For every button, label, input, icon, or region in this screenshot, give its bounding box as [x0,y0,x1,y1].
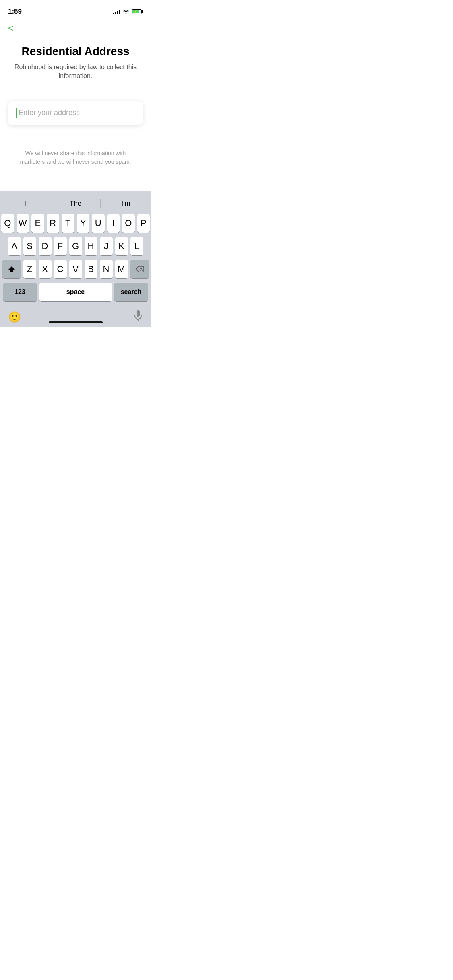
key-j[interactable]: J [100,237,113,255]
status-time: 1:59 [8,8,22,16]
address-input-field[interactable]: Enter your address [8,101,143,125]
key-row-3: Z X C V B N M [1,260,150,278]
key-l[interactable]: L [130,237,143,255]
wifi-icon [123,9,129,14]
status-bar: 1:59 ⚡ [0,0,151,18]
key-row-4: 123 space search [1,283,150,301]
space-key[interactable]: space [39,283,112,301]
emoji-button[interactable]: 🙂 [8,311,21,323]
keyboard-bottom-bar: 🙂 [0,306,151,327]
key-f[interactable]: F [54,237,67,255]
key-o[interactable]: O [122,214,135,233]
key-s[interactable]: S [23,237,36,255]
key-y[interactable]: Y [77,214,90,233]
address-input-container[interactable]: Enter your address [8,101,143,125]
key-row-2: A S D F G H J K L [1,237,150,255]
key-t[interactable]: T [62,214,74,233]
backspace-key[interactable] [130,260,149,278]
key-row-1: Q W E R T Y U I O P [1,214,150,233]
autocomplete-item-1[interactable]: I [0,195,50,212]
key-v[interactable]: V [69,260,82,278]
key-p[interactable]: P [137,214,150,233]
key-w[interactable]: W [17,214,29,233]
page-subtitle: Robinhood is required by law to collect … [12,63,139,81]
key-m[interactable]: M [115,260,128,278]
key-x[interactable]: X [39,260,52,278]
search-key[interactable]: search [114,283,148,301]
key-h[interactable]: H [85,237,97,255]
key-k[interactable]: K [115,237,128,255]
svg-rect-0 [137,310,140,317]
key-e[interactable]: E [31,214,44,233]
autocomplete-item-2[interactable]: The [50,195,101,212]
key-d[interactable]: D [39,237,52,255]
keyboard: I The I'm Q W E R T Y U I O P A S D F G … [0,191,151,327]
key-u[interactable]: U [92,214,105,233]
key-q[interactable]: Q [1,214,14,233]
mic-button[interactable] [133,310,143,324]
back-button[interactable]: < [0,19,151,37]
key-c[interactable]: C [54,260,67,278]
page-title: Residential Address [12,45,139,58]
main-content: Residential Address Robinhood is require… [0,37,151,81]
home-indicator [49,321,103,323]
autocomplete-item-3[interactable]: I'm [101,195,151,212]
key-b[interactable]: B [85,260,97,278]
battery-icon: ⚡ [132,9,143,14]
privacy-text: We will never share this information wit… [12,149,139,166]
privacy-note: We will never share this information wit… [12,149,139,166]
signal-bars-icon [113,9,120,14]
key-n[interactable]: N [100,260,113,278]
key-g[interactable]: G [69,237,82,255]
key-a[interactable]: A [8,237,21,255]
shift-key[interactable] [2,260,21,278]
key-i[interactable]: I [107,214,120,233]
key-r[interactable]: R [47,214,60,233]
keyboard-rows: Q W E R T Y U I O P A S D F G H J K L [0,214,151,301]
key-z[interactable]: Z [23,260,36,278]
text-cursor [16,108,17,118]
numbers-key[interactable]: 123 [3,283,37,301]
back-chevron-icon: < [8,23,14,33]
status-icons: ⚡ [113,9,143,14]
autocomplete-bar: I The I'm [0,195,151,212]
address-placeholder: Enter your address [19,109,135,117]
